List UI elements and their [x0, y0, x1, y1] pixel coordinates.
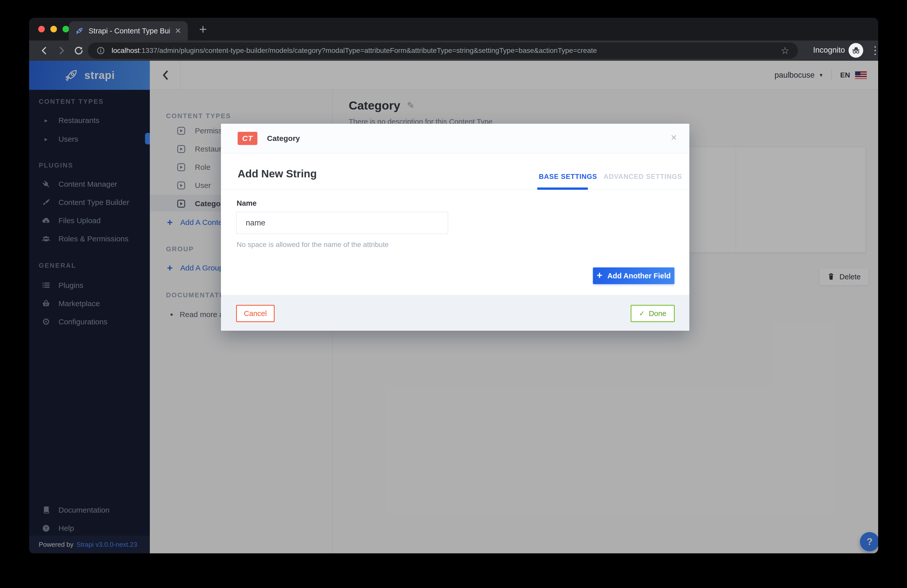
browser-tab[interactable]: Strapi - Content Type Builder ✕: [69, 21, 188, 40]
modal-entity-name: Category: [267, 134, 300, 143]
back-icon[interactable]: [38, 45, 50, 57]
minimize-window-button[interactable]: [50, 26, 57, 32]
bookmark-star-icon[interactable]: ☆: [781, 45, 789, 56]
done-button[interactable]: ✓ Done: [631, 305, 675, 322]
url-text: localhost:1337/admin/plugins/content-typ…: [112, 46, 774, 54]
tab-close-icon[interactable]: ✕: [175, 27, 181, 35]
active-tab-underline: [537, 187, 588, 190]
name-label: Name: [237, 199, 256, 207]
modal-body: Add New String BASE SETTINGS ADVANCED SE…: [221, 154, 689, 295]
content-type-badge: CT: [238, 132, 257, 145]
check-icon: ✓: [639, 309, 645, 317]
reload-icon[interactable]: [73, 45, 85, 57]
name-helper-text: No space is allowed for the name of the …: [237, 240, 389, 249]
browser-window: Strapi - Content Type Builder ✕ + local: [29, 18, 878, 553]
modal-footer: Cancel ✓ Done: [221, 295, 689, 331]
site-info-icon[interactable]: [96, 46, 105, 55]
new-tab-button[interactable]: +: [199, 22, 207, 37]
modal-header: CT Category ✕: [221, 124, 689, 154]
screenshot-stage: Strapi - Content Type Builder ✕ + local: [0, 0, 907, 588]
zoom-window-button[interactable]: [62, 26, 69, 32]
strapi-favicon-icon: [75, 27, 83, 35]
tab-base-settings[interactable]: BASE SETTINGS: [539, 173, 597, 181]
cancel-button[interactable]: Cancel: [236, 305, 275, 322]
modal-title: Add New String: [238, 168, 317, 180]
tabs-divider: [221, 189, 689, 189]
add-another-field-button[interactable]: + Add Another Field: [593, 268, 675, 284]
forward-icon[interactable]: [55, 45, 67, 57]
url-path: :1337/admin/plugins/content-type-builder…: [140, 46, 597, 54]
incognito-avatar-icon[interactable]: [849, 43, 863, 58]
name-input[interactable]: [236, 212, 448, 234]
close-icon[interactable]: ✕: [670, 133, 677, 143]
close-window-button[interactable]: [38, 26, 45, 32]
incognito-label: Incognito: [813, 46, 845, 54]
tab-strip: Strapi - Content Type Builder ✕ +: [29, 18, 878, 40]
browser-menu-icon[interactable]: ⋮: [870, 44, 878, 56]
browser-toolbar: localhost:1337/admin/plugins/content-typ…: [29, 40, 878, 61]
tab-advanced-settings[interactable]: ADVANCED SETTINGS: [604, 173, 682, 181]
window-controls: [38, 26, 69, 32]
url-host: localhost: [112, 46, 140, 54]
plus-icon: +: [597, 270, 602, 281]
tab-title: Strapi - Content Type Builder: [88, 27, 170, 35]
add-attribute-modal: CT Category ✕ Add New String BASE SETTIN…: [221, 124, 689, 331]
page-viewport: strapi CONTENT TYPES ▸ Restaurants ▸ Use…: [29, 61, 878, 553]
url-bar[interactable]: localhost:1337/admin/plugins/content-typ…: [88, 43, 798, 59]
